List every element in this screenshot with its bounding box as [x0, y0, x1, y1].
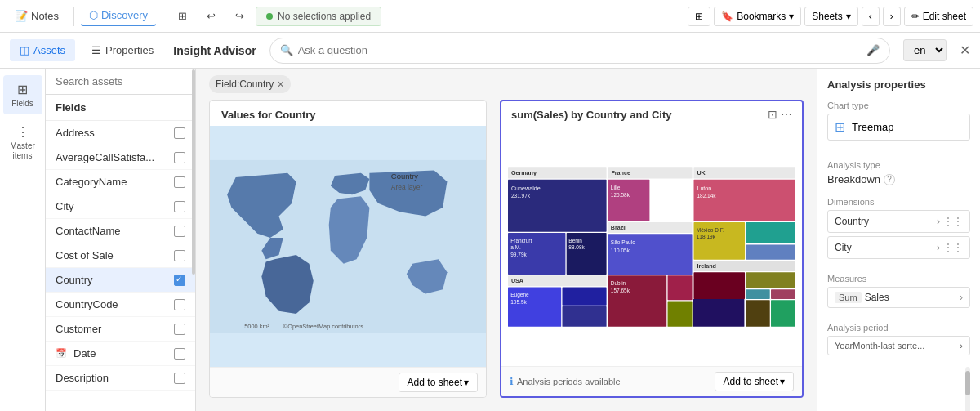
svg-rect-49	[562, 306, 606, 327]
language-selector[interactable]: en	[903, 39, 947, 61]
treemap-chart-actions: ⊡ ⋯	[768, 108, 792, 121]
expand-button[interactable]: ⊡	[768, 108, 777, 121]
list-item[interactable]: AverageCallSatisfa...	[46, 145, 195, 170]
treemap-chart-card: sum(Sales) by Country and City ⊡ ⋯ Germa…	[500, 100, 804, 398]
measure-sales-item[interactable]: Sum Sales ›	[827, 287, 970, 308]
main-toolbar: 📝 Notes ⬡ Discovery ⊞ ↩ ↪ No selections …	[0, 0, 980, 33]
measures-label: Measures	[827, 274, 970, 284]
field-checkbox-date[interactable]	[174, 348, 185, 360]
list-item[interactable]: Address	[46, 121, 195, 145]
field-checkbox-address[interactable]	[174, 127, 185, 139]
analysis-period-selector[interactable]: YearMonth-last sorte... ›	[827, 336, 970, 355]
sidebar-icons-column: ⊞ Fields ⋮ Master items	[0, 69, 46, 411]
svg-text:São Paulo: São Paulo	[611, 239, 635, 245]
list-item[interactable]: CountryCode	[46, 293, 195, 317]
ask-question-searchbox[interactable]: 🔍 🎤	[270, 38, 890, 64]
edit-icon: ✏	[911, 11, 920, 22]
redo-button[interactable]: ↪	[227, 7, 252, 25]
mic-icon[interactable]: 🎤	[866, 44, 880, 56]
svg-text:110.05k: 110.05k	[611, 248, 630, 253]
dimension-country-edit-button[interactable]: ›	[937, 216, 940, 227]
scrollbar-thumb[interactable]	[965, 371, 970, 395]
filter-chip-country[interactable]: Field:Country ×	[209, 75, 291, 93]
map-chart-footer: Add to sheet ▾	[210, 367, 486, 397]
dimension-city-actions: › ⋮⋮	[937, 242, 963, 253]
grid-view-button[interactable]: ⊞	[688, 7, 710, 26]
field-checkbox-category[interactable]	[174, 176, 185, 188]
svg-rect-57	[668, 301, 693, 326]
toolbar-separator-2	[163, 7, 163, 26]
list-item[interactable]: Cost of Sale	[46, 243, 195, 268]
svg-text:México D.F.: México D.F.	[697, 227, 724, 233]
svg-text:125.58k: 125.58k	[611, 192, 630, 198]
dimension-country-drag-button[interactable]: ⋮⋮	[943, 216, 963, 227]
svg-text:Berlin: Berlin	[568, 238, 582, 243]
bookmarks-button[interactable]: 🔖 Bookmarks ▾	[714, 7, 801, 26]
discovery-button[interactable]: ⬡ Discovery	[81, 6, 156, 26]
no-selections-indicator: No selections applied	[256, 7, 381, 26]
list-item[interactable]: CategoryName	[46, 170, 195, 194]
selection-mode-button[interactable]: ⊞	[170, 7, 195, 25]
notes-icon: 📝	[15, 10, 28, 22]
list-item[interactable]: 📅 Date	[46, 342, 195, 366]
sidebar-item-master[interactable]: ⋮ Master items	[3, 118, 42, 168]
search-assets-input[interactable]	[46, 69, 195, 95]
svg-rect-41	[746, 289, 769, 299]
sheets-chevron-icon: ▾	[846, 11, 851, 22]
edit-sheet-button[interactable]: ✏ Edit sheet	[904, 7, 973, 26]
scrollbar-track[interactable]	[965, 367, 970, 411]
selection-icon: ⊞	[178, 10, 187, 22]
chart-type-selector[interactable]: ⊞ Treemap	[827, 114, 970, 141]
notes-button[interactable]: 📝 Notes	[7, 7, 67, 25]
properties-button[interactable]: ☰ Properties	[82, 39, 163, 61]
measure-edit-button[interactable]: ›	[960, 292, 963, 303]
assets-button[interactable]: ◫ Assets	[10, 39, 75, 61]
right-panel: Analysis properties Chart type ⊞ Treemap…	[817, 69, 980, 411]
svg-text:Germany: Germany	[511, 170, 537, 176]
field-checkbox-country[interactable]	[174, 275, 185, 286]
svg-text:Dublin: Dublin	[611, 280, 626, 286]
list-item[interactable]: City	[46, 194, 195, 219]
dimension-city-item[interactable]: City › ⋮⋮	[827, 236, 970, 259]
dimension-country-item[interactable]: Country › ⋮⋮	[827, 210, 970, 233]
analysis-type-label: Analysis type	[827, 160, 970, 170]
list-item[interactable]: Customer	[46, 317, 195, 342]
map-add-to-sheet-button[interactable]: Add to sheet ▾	[399, 373, 478, 392]
field-checkbox-contact[interactable]	[174, 226, 185, 237]
field-checkbox-description[interactable]	[174, 373, 185, 384]
sheets-button[interactable]: Sheets ▾	[804, 7, 858, 26]
filter-bar: Field:Country ×	[196, 69, 817, 100]
sidebar-wrapper: ⊞ Fields ⋮ Master items Fields Address A…	[0, 69, 195, 411]
svg-text:118.19k: 118.19k	[697, 234, 716, 239]
list-item[interactable]: Country	[46, 268, 195, 293]
close-button[interactable]: ✕	[960, 42, 970, 58]
list-item[interactable]: ContactName	[46, 219, 195, 243]
toolbar-right: ⊞ 🔖 Bookmarks ▾ Sheets ▾ ‹ › ✏ Edit shee…	[688, 7, 973, 26]
dimension-city-drag-button[interactable]: ⋮⋮	[943, 242, 963, 253]
treemap-add-chevron-icon: ▾	[780, 376, 785, 387]
period-chevron-icon: ›	[960, 341, 963, 351]
dimension-city-edit-button[interactable]: ›	[937, 242, 940, 253]
field-checkbox-city[interactable]	[174, 201, 185, 212]
field-checkbox-costofsale[interactable]	[174, 250, 185, 261]
undo-button[interactable]: ↩	[198, 7, 224, 25]
field-checkbox-countrycode[interactable]	[174, 299, 185, 310]
field-checkbox-avgcall[interactable]	[174, 152, 185, 163]
remove-filter-button[interactable]: ×	[277, 78, 283, 91]
more-options-button[interactable]: ⋯	[781, 108, 792, 121]
green-dot-icon	[266, 13, 273, 20]
help-icon[interactable]: ?	[884, 174, 895, 185]
scrollbar[interactable]	[191, 69, 195, 411]
field-checkbox-customer[interactable]	[174, 324, 185, 335]
svg-text:Brazil: Brazil	[611, 225, 627, 231]
sidebar-item-fields[interactable]: ⊞ Fields	[3, 75, 42, 114]
next-sheet-button[interactable]: ›	[883, 7, 901, 26]
list-item[interactable]: Description	[46, 366, 195, 391]
treemap-add-to-sheet-button[interactable]: Add to sheet ▾	[715, 372, 794, 391]
undo-icon: ↩	[207, 10, 216, 22]
svg-text:182.14k: 182.14k	[697, 193, 716, 199]
ask-question-input[interactable]	[298, 44, 866, 56]
prev-sheet-button[interactable]: ‹	[862, 7, 880, 26]
svg-text:Eugene: Eugene	[510, 292, 529, 298]
svg-rect-54	[693, 299, 745, 327]
